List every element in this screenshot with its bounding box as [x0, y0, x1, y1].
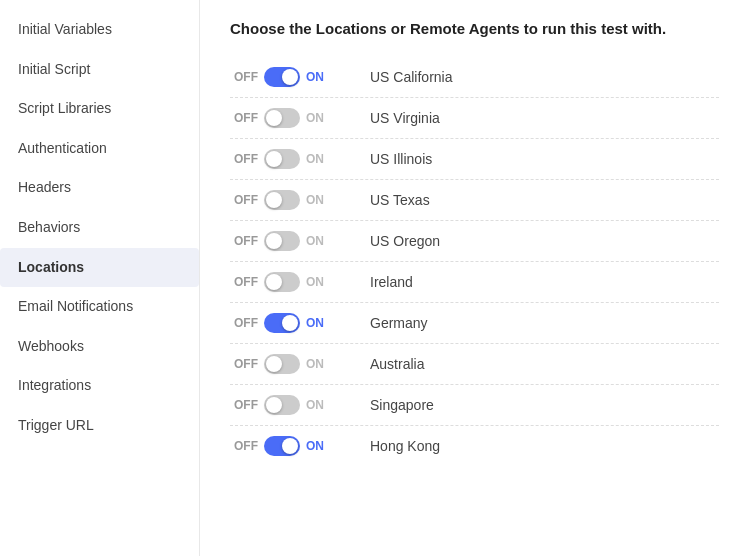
sidebar-item-initial-variables[interactable]: Initial Variables — [0, 10, 199, 50]
off-label-germany: OFF — [230, 316, 258, 330]
toggle-germany[interactable] — [264, 313, 300, 333]
location-row-us-oregon: OFFONUS Oregon — [230, 221, 719, 262]
sidebar-item-headers[interactable]: Headers — [0, 168, 199, 208]
location-name-us-oregon: US Oregon — [370, 233, 440, 249]
sidebar-item-locations[interactable]: Locations — [0, 248, 199, 288]
toggle-group-germany: OFFON — [230, 313, 360, 333]
location-row-us-california: OFFONUS California — [230, 57, 719, 98]
toggle-us-california[interactable] — [264, 67, 300, 87]
toggle-group-australia: OFFON — [230, 354, 360, 374]
location-row-ireland: OFFONIreland — [230, 262, 719, 303]
toggle-knob-us-illinois — [266, 151, 282, 167]
sidebar-item-script-libraries[interactable]: Script Libraries — [0, 89, 199, 129]
toggle-us-texas[interactable] — [264, 190, 300, 210]
off-label-us-oregon: OFF — [230, 234, 258, 248]
sidebar: Initial VariablesInitial ScriptScript Li… — [0, 0, 200, 556]
toggle-singapore[interactable] — [264, 395, 300, 415]
toggle-knob-hong-kong — [282, 438, 298, 454]
off-label-ireland: OFF — [230, 275, 258, 289]
sidebar-item-email-notifications[interactable]: Email Notifications — [0, 287, 199, 327]
on-label-hong-kong: ON — [306, 439, 330, 453]
off-label-australia: OFF — [230, 357, 258, 371]
off-label-us-illinois: OFF — [230, 152, 258, 166]
toggle-group-us-virginia: OFFON — [230, 108, 360, 128]
toggle-knob-germany — [282, 315, 298, 331]
toggle-hong-kong[interactable] — [264, 436, 300, 456]
main-content: Choose the Locations or Remote Agents to… — [200, 0, 749, 556]
page-title: Choose the Locations or Remote Agents to… — [230, 20, 719, 37]
location-name-singapore: Singapore — [370, 397, 434, 413]
off-label-hong-kong: OFF — [230, 439, 258, 453]
toggle-us-illinois[interactable] — [264, 149, 300, 169]
toggle-knob-australia — [266, 356, 282, 372]
location-row-us-illinois: OFFONUS Illinois — [230, 139, 719, 180]
off-label-singapore: OFF — [230, 398, 258, 412]
sidebar-item-authentication[interactable]: Authentication — [0, 129, 199, 169]
toggle-group-us-texas: OFFON — [230, 190, 360, 210]
off-label-us-texas: OFF — [230, 193, 258, 207]
location-row-singapore: OFFONSingapore — [230, 385, 719, 426]
sidebar-item-initial-script[interactable]: Initial Script — [0, 50, 199, 90]
on-label-us-oregon: ON — [306, 234, 330, 248]
toggle-group-singapore: OFFON — [230, 395, 360, 415]
toggle-group-ireland: OFFON — [230, 272, 360, 292]
location-name-us-illinois: US Illinois — [370, 151, 432, 167]
location-row-us-virginia: OFFONUS Virginia — [230, 98, 719, 139]
on-label-us-virginia: ON — [306, 111, 330, 125]
location-row-germany: OFFONGermany — [230, 303, 719, 344]
toggle-us-oregon[interactable] — [264, 231, 300, 251]
location-name-hong-kong: Hong Kong — [370, 438, 440, 454]
sidebar-item-webhooks[interactable]: Webhooks — [0, 327, 199, 367]
on-label-singapore: ON — [306, 398, 330, 412]
toggle-knob-us-texas — [266, 192, 282, 208]
location-name-australia: Australia — [370, 356, 424, 372]
toggle-knob-us-oregon — [266, 233, 282, 249]
on-label-australia: ON — [306, 357, 330, 371]
toggle-australia[interactable] — [264, 354, 300, 374]
on-label-germany: ON — [306, 316, 330, 330]
toggle-knob-ireland — [266, 274, 282, 290]
toggle-us-virginia[interactable] — [264, 108, 300, 128]
location-name-us-california: US California — [370, 69, 452, 85]
location-name-us-virginia: US Virginia — [370, 110, 440, 126]
locations-list: OFFONUS CaliforniaOFFONUS VirginiaOFFONU… — [230, 57, 719, 466]
location-row-us-texas: OFFONUS Texas — [230, 180, 719, 221]
on-label-us-illinois: ON — [306, 152, 330, 166]
toggle-ireland[interactable] — [264, 272, 300, 292]
off-label-us-virginia: OFF — [230, 111, 258, 125]
toggle-group-us-illinois: OFFON — [230, 149, 360, 169]
toggle-group-hong-kong: OFFON — [230, 436, 360, 456]
toggle-group-us-oregon: OFFON — [230, 231, 360, 251]
location-name-us-texas: US Texas — [370, 192, 430, 208]
sidebar-item-trigger-url[interactable]: Trigger URL — [0, 406, 199, 446]
on-label-us-texas: ON — [306, 193, 330, 207]
toggle-knob-us-california — [282, 69, 298, 85]
toggle-knob-singapore — [266, 397, 282, 413]
toggle-group-us-california: OFFON — [230, 67, 360, 87]
toggle-knob-us-virginia — [266, 110, 282, 126]
on-label-us-california: ON — [306, 70, 330, 84]
sidebar-item-integrations[interactable]: Integrations — [0, 366, 199, 406]
location-row-australia: OFFONAustralia — [230, 344, 719, 385]
location-name-germany: Germany — [370, 315, 428, 331]
location-row-hong-kong: OFFONHong Kong — [230, 426, 719, 466]
location-name-ireland: Ireland — [370, 274, 413, 290]
off-label-us-california: OFF — [230, 70, 258, 84]
sidebar-item-behaviors[interactable]: Behaviors — [0, 208, 199, 248]
on-label-ireland: ON — [306, 275, 330, 289]
